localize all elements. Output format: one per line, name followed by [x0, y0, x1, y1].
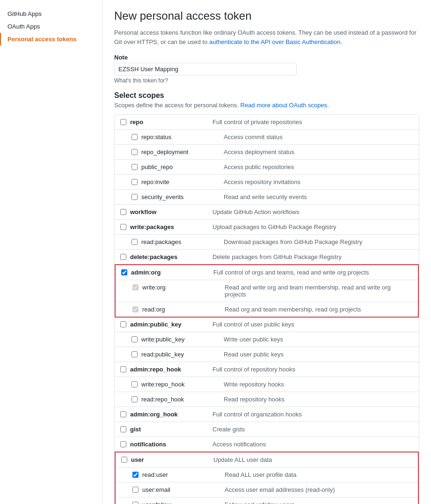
scope-row-admin_org_hook: admin:org_hookFull control of organizati…: [115, 407, 419, 422]
basic-auth-link[interactable]: authenticate to the API over Basic Authe…: [209, 38, 340, 45]
checkbox-admin_org_hook[interactable]: [120, 411, 126, 417]
scope-row-gist: gistCreate gists: [115, 422, 419, 437]
checkbox-admin_org[interactable]: [121, 269, 127, 275]
scopes-title: Select scopes: [114, 91, 419, 100]
scope-desc-repo_status: Access commit status: [224, 133, 413, 141]
scope-name-admin_public_key: admin:public_key: [130, 321, 205, 328]
checkbox-user_follow[interactable]: [132, 502, 139, 504]
scope-name-user_follow: user:follow: [142, 501, 217, 504]
scope-row-read_org: read:orgRead org and team membership, re…: [116, 302, 418, 317]
scope-row-user_follow: user:followFollow and unfollow users: [116, 497, 418, 504]
scope-desc-write_public_key: Write user public keys: [224, 336, 413, 343]
checkbox-repo_status[interactable]: [131, 134, 138, 140]
scope-name-public_repo: public_repo: [141, 163, 216, 170]
scope-desc-read_packages: Download packages from GitHub Package Re…: [224, 238, 413, 245]
scope-row-write_packages: write:packagesUpload packages to GitHub …: [115, 220, 419, 235]
checkbox-repo_deployment[interactable]: [131, 149, 138, 155]
sidebar-item-github-apps[interactable]: GitHub Apps: [0, 7, 102, 20]
scope-name-repo: repo: [130, 119, 205, 126]
scope-name-write_packages: write:packages: [130, 223, 205, 230]
checkbox-write_packages[interactable]: [120, 224, 126, 230]
scope-name-write_public_key: write:public_key: [141, 336, 216, 343]
scope-name-notifications: notifications: [130, 441, 205, 448]
main-content: New personal access token Personal acces…: [103, 0, 431, 504]
scope-row-repo_invite: repo:inviteAccess repository invitations: [115, 175, 419, 190]
checkbox-notifications[interactable]: [120, 441, 126, 447]
scope-desc-delete_packages: Delete packages from GitHub Package Regi…: [212, 253, 413, 260]
checkbox-read_public_key[interactable]: [131, 351, 138, 357]
scope-name-write_repo_hook: write:repo_hook: [141, 381, 216, 388]
scope-desc-admin_org_hook: Full control of organization hooks: [212, 411, 413, 418]
scope-row-read_repo_hook: read:repo_hookRead repository hooks: [115, 392, 419, 407]
scope-name-security_events: security_events: [141, 193, 216, 200]
page-description: Personal access tokens function like ord…: [114, 28, 419, 46]
scope-desc-repo_deployment: Access deployment status: [224, 148, 413, 156]
checkbox-delete_packages[interactable]: [120, 254, 126, 260]
scope-row-read_public_key: read:public_keyRead user public keys: [115, 347, 419, 362]
checkbox-public_repo[interactable]: [131, 164, 138, 170]
page-title: New personal access token: [114, 9, 419, 22]
sidebar: GitHub Apps OAuth Apps Personal access t…: [0, 0, 103, 504]
checkbox-repo[interactable]: [120, 119, 126, 125]
scope-name-read_user: read:user: [142, 471, 217, 478]
scope-row-repo_status: repo:statusAccess commit status: [115, 130, 419, 145]
scope-row-workflow: workflowUpdate GitHub Action workflows: [115, 205, 419, 220]
scope-row-write_repo_hook: write:repo_hookWrite repository hooks: [115, 377, 419, 392]
scope-name-repo_invite: repo:invite: [141, 178, 216, 185]
scope-desc-user_email: Access user email addresses (read-only): [225, 486, 412, 493]
scope-row-public_repo: public_repoAccess public repositories: [115, 160, 419, 175]
checkbox-user_email[interactable]: [132, 487, 139, 493]
scope-row-admin_public_key: admin:public_keyFull control of user pub…: [115, 317, 419, 332]
scope-name-user_email: user:email: [142, 486, 217, 493]
scope-desc-write_packages: Upload packages to GitHub Package Regist…: [212, 223, 413, 230]
scope-row-notifications: notificationsAccess notifications: [115, 437, 419, 452]
checkbox-read_user[interactable]: [132, 472, 139, 478]
scope-row-read_packages: read:packagesDownload packages from GitH…: [115, 235, 419, 250]
scope-desc-read_org: Read org and team membership, read org p…: [225, 306, 412, 313]
scope-row-write_org: write:orgRead and write org and team mem…: [116, 280, 418, 302]
checkbox-user[interactable]: [121, 457, 127, 463]
scope-desc-gist: Create gists: [212, 426, 413, 433]
scope-row-repo_deployment: repo_deploymentAccess deployment status: [115, 145, 419, 160]
note-hint: What's this token for?: [114, 77, 419, 84]
scopes-description: Scopes define the access for personal to…: [114, 102, 419, 109]
note-input[interactable]: [114, 63, 297, 75]
scope-row-read_user: read:userRead ALL user profile data: [116, 467, 418, 482]
scope-name-delete_packages: delete:packages: [130, 253, 205, 260]
checkbox-read_repo_hook[interactable]: [131, 396, 138, 402]
checkbox-gist[interactable]: [120, 426, 126, 432]
scope-desc-write_repo_hook: Write repository hooks: [224, 381, 413, 388]
sidebar-item-personal-access-tokens[interactable]: Personal access tokens: [0, 33, 102, 45]
checkbox-security_events[interactable]: [131, 194, 138, 200]
scope-desc-write_org: Read and write org and team membership, …: [225, 284, 412, 298]
scope-name-write_org: write:org: [142, 284, 217, 291]
scope-name-read_packages: read:packages: [141, 238, 216, 245]
checkbox-admin_public_key[interactable]: [120, 321, 126, 327]
scope-desc-admin_repo_hook: Full control of repository hooks: [212, 366, 413, 373]
scope-row-user_email: user:emailAccess user email addresses (r…: [116, 482, 418, 497]
checkbox-write_public_key[interactable]: [131, 336, 138, 342]
scope-desc-read_public_key: Read user public keys: [224, 351, 413, 358]
scope-name-repo_status: repo:status: [141, 133, 216, 141]
scope-name-admin_org_hook: admin:org_hook: [130, 411, 205, 418]
scope-name-read_org: read:org: [142, 306, 217, 313]
checkbox-read_org[interactable]: [132, 306, 139, 312]
oauth-scopes-link[interactable]: Read more about OAuth scopes: [241, 102, 328, 109]
scope-name-workflow: workflow: [130, 208, 205, 215]
scope-row-admin_repo_hook: admin:repo_hookFull control of repositor…: [115, 362, 419, 377]
sidebar-item-oauth-apps[interactable]: OAuth Apps: [0, 20, 102, 33]
scope-desc-admin_org: Full control of orgs and teams, read and…: [213, 269, 412, 276]
scope-name-gist: gist: [130, 426, 205, 433]
scope-row-user: userUpdate ALL user data: [116, 452, 418, 467]
checkbox-repo_invite[interactable]: [131, 179, 138, 185]
scope-desc-security_events: Read and write security events: [224, 193, 413, 200]
scope-row-delete_packages: delete:packagesDelete packages from GitH…: [115, 250, 419, 265]
checkbox-admin_repo_hook[interactable]: [120, 366, 126, 372]
scope-desc-public_repo: Access public repositories: [224, 163, 413, 170]
checkbox-write_repo_hook[interactable]: [131, 381, 138, 387]
scope-desc-admin_public_key: Full control of user public keys: [212, 321, 413, 328]
checkbox-read_packages[interactable]: [131, 239, 138, 245]
checkbox-workflow[interactable]: [120, 209, 126, 215]
scope-desc-user: Update ALL user data: [213, 456, 412, 463]
checkbox-write_org[interactable]: [132, 284, 139, 290]
